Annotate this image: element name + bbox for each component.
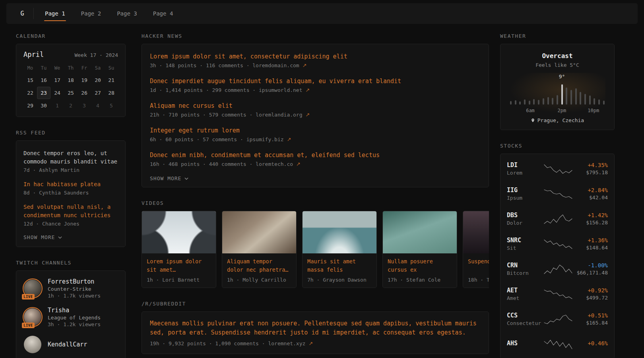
weather-bar <box>603 101 605 105</box>
channel-name: KendallCarr <box>48 341 87 348</box>
weather-location-label: Prague, Czechia <box>537 117 584 123</box>
tab-page-3[interactable]: Page 3 <box>114 3 140 24</box>
video-card[interactable]: Aliquam tempor dolor nec pharetra… 1h · … <box>222 211 297 288</box>
rss-item: Sed volutpat nulla nisl, a condimentum n… <box>23 199 118 230</box>
hackernews-item-title[interactable]: Aliquam nec cursus elit <box>150 102 481 109</box>
tab-page-2[interactable]: Page 2 <box>79 3 104 24</box>
stock-sparkline <box>543 188 573 199</box>
hackernews-item-source[interactable]: loremtech.co <box>256 161 293 167</box>
stock-change: +0.92% <box>573 287 608 294</box>
stock-row[interactable]: CRN Bitcorn -1.00% $66,171.48 <box>507 256 608 281</box>
subreddit-post-title[interactable]: Maecenas mollis pulvinar erat non posuer… <box>150 319 481 338</box>
avatar: LIVE <box>23 308 42 326</box>
subreddit-post-source[interactable]: loremnet.xyz <box>268 340 305 346</box>
live-badge: LIVE <box>22 323 35 328</box>
stock-info: SNRC Sit <box>507 237 543 251</box>
rss-item-title[interactable]: In hac habitasse platea <box>23 180 118 189</box>
hackernews-item-stats: 21h · 710 points · 579 comments · <box>150 112 256 118</box>
calendar-day: 18 <box>64 74 78 86</box>
calendar-day: 19 <box>78 74 91 86</box>
tab-page-1[interactable]: Page 1 <box>43 3 68 24</box>
avatar: LIVE <box>23 279 42 298</box>
rss-item: Donec tempor eros leo, ut commodo mauris… <box>23 146 118 177</box>
calendar-day-header: Mo <box>23 62 37 74</box>
twitch-channel-row[interactable]: LIVE Trisha League of Legends 3h · 1.2k … <box>23 307 118 327</box>
chevron-down-icon <box>184 177 188 180</box>
page-tabs: Page 1 Page 2 Page 3 Page 4 <box>43 3 186 24</box>
hackernews-item-meta: 3h · 148 points · 116 comments · loremdo… <box>150 62 481 68</box>
hackernews-show-more-button[interactable]: SHOW MORE <box>150 171 481 185</box>
stock-info: LDI Lorem <box>507 161 543 176</box>
stock-row[interactable]: AHS +0.46% <box>507 331 608 356</box>
calendar-day-selected: 23 <box>37 87 50 99</box>
calendar-day-header: Fr <box>78 62 91 74</box>
weather-bar <box>543 98 544 105</box>
stock-row[interactable]: DBS Dolor +1.42% $156.28 <box>507 206 608 231</box>
stock-info: CCS Consectetur <box>507 312 543 326</box>
stock-row[interactable]: LDI Lorem +4.35% $795.18 <box>507 156 608 181</box>
weather-feels-like: Feels like 5°C <box>508 62 607 68</box>
calendar-day: 17 <box>50 74 64 86</box>
hackernews-item-source[interactable]: loremlandia.org <box>256 112 302 118</box>
hackernews-item-title[interactable]: Lorem ipsum dolor sit amet, consectetur … <box>150 53 481 60</box>
stock-info: AET Amet <box>507 287 543 301</box>
channel-info: Trisha League of Legends 3h · 1.2k viewe… <box>48 307 101 327</box>
stock-row[interactable]: CCS Consectetur +0.51% $165.84 <box>507 306 608 331</box>
weather-time-label: 10pm <box>588 108 599 113</box>
video-meta: 1h · Molly Carrillo <box>227 277 291 283</box>
stock-values: -1.00% $66,171.48 <box>573 262 608 276</box>
calendar-day-next-month: 4 <box>91 99 105 112</box>
hackernews-widget: Lorem ipsum dolor sit amet, consectetur … <box>142 44 489 187</box>
video-card[interactable]: Mauris sit amet massa felis 7h · Grayson… <box>302 211 377 288</box>
video-title: Nullam posuere cursus ex <box>388 257 452 274</box>
app-logo[interactable]: G <box>11 3 33 24</box>
weather-time-labels: 6am2pm10pm <box>510 107 605 113</box>
tab-label: Page 2 <box>81 10 101 17</box>
calendar-day: 16 <box>37 74 50 86</box>
hackernews-item-meta: 1d · 1,414 points · 299 comments · ipsum… <box>150 87 481 93</box>
hackernews-item-title[interactable]: Donec imperdiet augue tincidunt felis al… <box>150 78 481 85</box>
rss-item-title[interactable]: Donec tempor eros leo, ut commodo mauris… <box>23 149 118 166</box>
calendar-day-header: Su <box>105 62 118 74</box>
twitch-channel-row[interactable]: LIVE ForrestBurton Counter-Strike 1h · 1… <box>23 278 118 299</box>
stock-symbol: LDI <box>507 161 543 169</box>
hackernews-item-source[interactable]: ipsumworld.net <box>259 87 303 93</box>
stock-row[interactable]: IIG Ipsum +2.84% $42.04 <box>507 181 608 206</box>
hackernews-item-source[interactable]: ipsumify.biz <box>246 136 284 142</box>
weather-bar <box>557 95 558 105</box>
video-title: Aliquam tempor dolor nec pharetra… <box>227 257 291 274</box>
tab-page-4[interactable]: Page 4 <box>151 3 176 24</box>
stock-row[interactable]: AET Amet +0.92% $499.72 <box>507 281 608 306</box>
channel-category: League of Legends <box>48 315 101 321</box>
stock-values: +1.42% $156.28 <box>573 212 608 226</box>
logo-divider <box>33 8 34 19</box>
subreddit-post-meta: 19h · 9,932 points · 1,090 comments · lo… <box>150 340 481 346</box>
twitch-widget: LIVE ForrestBurton Counter-Strike 1h · 1… <box>16 270 126 358</box>
twitch-section-title: TWITCH CHANNELS <box>16 260 126 266</box>
weather-bar <box>529 101 530 105</box>
live-badge: LIVE <box>22 294 35 300</box>
stock-info: CRN Bitcorn <box>507 262 543 276</box>
stock-sparkline <box>543 313 573 325</box>
left-column: CALENDAR April Week 17 · 2024 Mo Tu We T… <box>16 24 126 358</box>
stock-symbol: DBS <box>507 212 543 219</box>
channel-avatar <box>24 336 41 353</box>
stock-values: +0.46% <box>573 340 608 348</box>
weather-time-label: 6am <box>526 108 535 113</box>
rss-item-meta: 7d · Ashlyn Martin <box>23 167 118 173</box>
rss-item-title[interactable]: Sed volutpat nulla nisl, a condimentum n… <box>23 203 118 220</box>
hackernews-item-stats: 1d · 1,414 points · 299 comments · <box>150 87 259 93</box>
stock-row[interactable]: SNRC Sit +1.36% $148.64 <box>507 231 608 256</box>
stocks-section-title: STOCKS <box>500 143 615 149</box>
weather-bar <box>561 84 563 105</box>
video-card[interactable]: Nullam posuere cursus ex 17h · Stefan Co… <box>382 211 457 288</box>
rss-show-more-button[interactable]: SHOW MORE <box>23 230 118 243</box>
hackernews-item-source[interactable]: loremdomain.com <box>252 62 299 68</box>
calendar-day: 22 <box>23 87 37 99</box>
twitch-channel-row[interactable]: KendallCarr <box>23 335 118 354</box>
tab-label: Page 1 <box>45 10 65 17</box>
video-card[interactable]: Suspendisse diam 18h · Tara <box>463 211 489 288</box>
hackernews-item-title[interactable]: Integer eget rutrum lorem <box>150 127 481 134</box>
hackernews-item-title[interactable]: Donec enim nibh, condimentum et accumsan… <box>150 152 481 159</box>
video-card[interactable]: Lorem ipsum dolor sit amet consectetu… 1… <box>142 211 216 288</box>
